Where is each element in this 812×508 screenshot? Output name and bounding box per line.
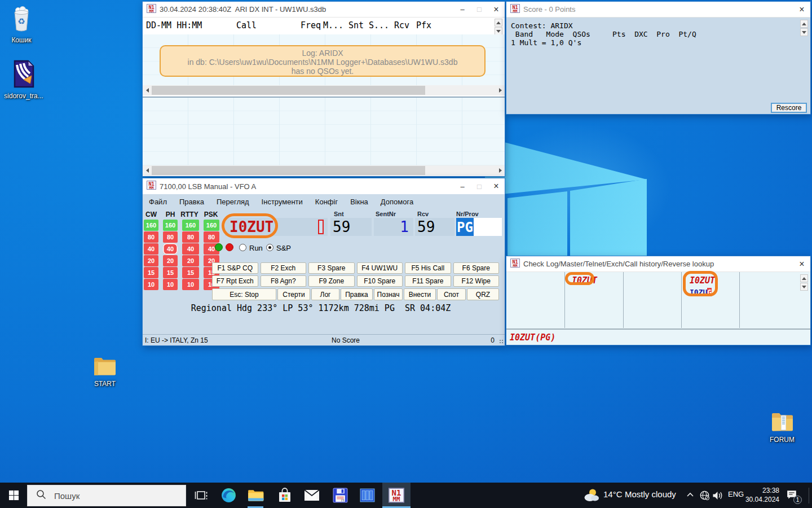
nrprov-input-selected[interactable]: PG bbox=[456, 218, 474, 236]
scroll-up-icon[interactable] bbox=[800, 20, 808, 28]
scroll-up-icon[interactable] bbox=[495, 19, 502, 27]
menu-help[interactable]: Допомога bbox=[374, 198, 420, 206]
close-button[interactable]: × bbox=[488, 178, 505, 194]
band-button[interactable]: 20 bbox=[182, 255, 199, 266]
band-button[interactable]: 20 bbox=[163, 255, 178, 266]
resize-grip[interactable] bbox=[499, 339, 504, 344]
menu-windows[interactable]: Вікна bbox=[344, 198, 374, 206]
menu-file[interactable]: Файл bbox=[143, 198, 173, 206]
col-rcv[interactable]: Rcv bbox=[394, 20, 409, 30]
store-button[interactable]: Внести bbox=[404, 288, 436, 300]
col-snt[interactable]: Snt bbox=[348, 20, 364, 30]
edge-browser-button[interactable] bbox=[215, 483, 241, 508]
col-pfx[interactable]: Pfx bbox=[416, 20, 431, 30]
entry-window-titlebar[interactable]: N1MM 7100,00 LSB Manual - VFO A – □ × bbox=[143, 178, 505, 194]
f6-button[interactable]: F6 Spare bbox=[453, 262, 500, 274]
snt-input[interactable]: 59 bbox=[330, 218, 372, 236]
notification-badge[interactable]: 1 bbox=[793, 496, 802, 504]
f11-button[interactable]: F11 Spare bbox=[405, 275, 451, 287]
scroll-down-icon[interactable] bbox=[800, 28, 808, 36]
scroll-left-icon[interactable] bbox=[143, 165, 152, 176]
band-button[interactable]: 10 bbox=[144, 279, 158, 290]
menu-edit[interactable]: Правка bbox=[173, 198, 210, 206]
band-button[interactable]: 80 bbox=[182, 231, 199, 243]
spot-button[interactable]: Спот bbox=[437, 288, 466, 300]
minimize-button[interactable]: – bbox=[454, 178, 471, 194]
maximize-button[interactable]: □ bbox=[471, 2, 488, 17]
band-button[interactable]: 160 bbox=[144, 220, 158, 231]
band-button[interactable]: 10 bbox=[182, 279, 199, 290]
scroll-up-icon[interactable] bbox=[800, 274, 808, 282]
file-explorer-button[interactable] bbox=[242, 483, 268, 508]
col-call[interactable]: Call bbox=[236, 20, 257, 30]
log-pane-lower[interactable] bbox=[143, 97, 505, 165]
task-view-button[interactable] bbox=[188, 483, 214, 508]
qrz-button[interactable]: QRZ bbox=[467, 288, 499, 300]
desktop-icon-file[interactable]: sidorov_tra... bbox=[0, 59, 48, 100]
log-hscrollbar-lower[interactable] bbox=[143, 165, 505, 176]
tray-chevron-up-icon[interactable] bbox=[686, 491, 695, 502]
desktop-icon-recycle-bin[interactable]: ♻ Кошик bbox=[0, 6, 46, 44]
col-mode[interactable]: M... bbox=[323, 20, 343, 30]
show-desktop-button[interactable] bbox=[809, 483, 812, 508]
f10-button[interactable]: F10 Spare bbox=[357, 275, 403, 287]
run-radio[interactable] bbox=[239, 244, 246, 251]
sp-radio[interactable] bbox=[266, 244, 273, 251]
store-button[interactable] bbox=[272, 483, 298, 508]
mail-button[interactable] bbox=[299, 483, 325, 508]
floppy-app-button[interactable]: 21 bbox=[327, 483, 353, 508]
rcv-input[interactable]: 59 bbox=[415, 218, 454, 236]
desktop-icon-forum-folder[interactable]: FORUM bbox=[758, 411, 806, 444]
band-button[interactable]: 20 bbox=[144, 255, 158, 266]
minimize-button[interactable]: – bbox=[454, 2, 471, 17]
menu-config[interactable]: Конфіг bbox=[309, 198, 344, 206]
scroll-down-icon[interactable] bbox=[495, 27, 502, 35]
mark-button[interactable]: Познач bbox=[374, 288, 403, 300]
nrprov-input-rest[interactable] bbox=[474, 218, 502, 236]
weather-icon[interactable] bbox=[583, 488, 600, 505]
log-hscrollbar-upper[interactable] bbox=[143, 85, 505, 95]
col-datetime[interactable]: DD-MM HH:MM bbox=[146, 20, 202, 30]
rescore-button[interactable]: Rescore bbox=[771, 103, 807, 113]
band-button[interactable]: 15 bbox=[163, 267, 178, 278]
f9-button[interactable]: F9 Zone bbox=[308, 275, 355, 287]
scroll-left-icon[interactable] bbox=[143, 85, 152, 95]
menu-tools[interactable]: Інструменти bbox=[255, 198, 309, 206]
network-globe-icon[interactable] bbox=[699, 490, 710, 503]
col-freq[interactable]: Freq bbox=[301, 20, 321, 30]
tray-temperature[interactable]: 14°C bbox=[603, 489, 623, 499]
score-scroll-arrows[interactable] bbox=[800, 20, 809, 36]
band-button[interactable]: 80 bbox=[204, 231, 219, 243]
f12-button[interactable]: F12 Wipe bbox=[453, 275, 500, 287]
scroll-right-icon[interactable] bbox=[496, 165, 505, 176]
close-button[interactable]: × bbox=[793, 256, 810, 271]
menu-view[interactable]: Перегляд bbox=[210, 198, 255, 206]
band-button[interactable]: 80 bbox=[163, 231, 178, 243]
volume-icon[interactable] bbox=[712, 491, 723, 502]
f5-button[interactable]: F5 His Call bbox=[405, 262, 451, 274]
scroll-down-icon[interactable] bbox=[800, 283, 808, 291]
band-button[interactable]: 10 bbox=[163, 279, 178, 290]
desktop-icon-start-folder[interactable]: START bbox=[81, 356, 129, 388]
edit-button[interactable]: Правка bbox=[341, 288, 373, 300]
n1mm-taskbar-button[interactable]: N1MM bbox=[382, 483, 411, 508]
tray-clock[interactable]: 23:38 30.04.2024 bbox=[744, 486, 779, 504]
f2-button[interactable]: F2 Exch bbox=[261, 262, 307, 274]
log-scroll-arrows[interactable] bbox=[495, 19, 503, 35]
esc-stop-button[interactable]: Esc: Stop bbox=[212, 288, 276, 300]
band-button[interactable]: 160 bbox=[182, 220, 199, 231]
check-scroll-arrows[interactable] bbox=[800, 274, 809, 291]
close-button[interactable]: × bbox=[488, 2, 505, 17]
band-button[interactable]: 15 bbox=[182, 267, 199, 278]
language-indicator[interactable]: ENG bbox=[728, 490, 744, 498]
col-sentnr[interactable]: S... bbox=[369, 20, 389, 30]
f4-button[interactable]: F4 UW1WU bbox=[357, 262, 403, 274]
scrollbar-thumb[interactable] bbox=[152, 86, 425, 95]
maximize-button[interactable]: □ bbox=[471, 178, 488, 194]
search-input[interactable]: Пошук bbox=[27, 485, 186, 506]
start-button[interactable] bbox=[0, 483, 27, 508]
band-button[interactable]: 160 bbox=[204, 220, 219, 231]
tray-weather-text[interactable]: Mostly cloudy bbox=[625, 489, 676, 499]
scroll-right-icon[interactable] bbox=[496, 85, 505, 95]
band-button[interactable]: 160 bbox=[163, 220, 178, 231]
